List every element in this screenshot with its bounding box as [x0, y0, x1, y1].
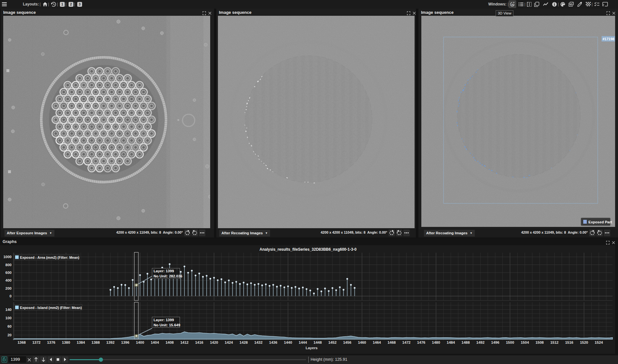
svg-text:1388: 1388 [91, 341, 100, 344]
svg-text:1496: 1496 [491, 341, 500, 344]
svg-text:20: 20 [7, 333, 12, 337]
svg-text:1464: 1464 [373, 341, 381, 344]
svg-text:1440: 1440 [284, 341, 292, 344]
svg-text:1416: 1416 [195, 341, 203, 344]
svg-text:1400: 1400 [136, 341, 144, 344]
svg-text:140: 140 [5, 308, 12, 312]
svg-text:1384: 1384 [77, 341, 85, 344]
svg-text:Layer: 1399: Layer: 1399 [154, 269, 174, 273]
svg-text:1512: 1512 [550, 341, 559, 344]
svg-text:1504: 1504 [521, 341, 529, 344]
svg-text:1492: 1492 [476, 341, 485, 344]
svg-text:1460: 1460 [358, 341, 366, 344]
svg-text:1480: 1480 [432, 341, 440, 344]
svg-text:1428: 1428 [239, 341, 248, 344]
svg-text:1420: 1420 [210, 341, 218, 344]
svg-text:1404: 1404 [151, 341, 159, 344]
svg-text:100: 100 [5, 316, 12, 320]
svg-text:1380: 1380 [62, 341, 70, 344]
svg-text:1436: 1436 [269, 341, 277, 344]
svg-text:Exposed - Area (mm2) (Filter:: Exposed - Area (mm2) (Filter: Mean) [20, 256, 80, 259]
svg-text:Layer: 1399: Layer: 1399 [154, 318, 174, 322]
svg-text:1508: 1508 [536, 341, 544, 344]
svg-text:600: 600 [5, 271, 12, 275]
svg-text:60: 60 [7, 324, 12, 328]
svg-text:1520: 1520 [580, 341, 588, 344]
svg-text:0: 0 [10, 294, 12, 298]
svg-text:1456: 1456 [343, 341, 351, 344]
svg-text:1484: 1484 [447, 341, 455, 344]
svg-text:#17198: #17198 [603, 37, 614, 41]
svg-text:200: 200 [5, 286, 12, 290]
svg-text:1516: 1516 [565, 341, 574, 344]
svg-text:1468: 1468 [388, 341, 396, 344]
svg-text:No Unit: 282.036: No Unit: 282.036 [154, 274, 182, 278]
svg-text:1368: 1368 [17, 341, 26, 344]
svg-text:Analysis_results_fileSeries_32: Analysis_results_fileSeries_32D83BB6_nxg… [259, 247, 357, 252]
svg-text:1376: 1376 [47, 341, 55, 344]
svg-text:1444: 1444 [299, 341, 307, 344]
svg-text:1424: 1424 [225, 341, 233, 344]
svg-text:1488: 1488 [462, 341, 470, 344]
svg-text:1524: 1524 [595, 341, 603, 344]
svg-text:400: 400 [5, 278, 12, 282]
svg-text:800: 800 [5, 263, 12, 267]
svg-text:1500: 1500 [506, 341, 514, 344]
svg-text:1408: 1408 [165, 341, 174, 344]
svg-text:Exposed - Island (mm2) (Filter: Exposed - Island (mm2) (Filter: Mean) [20, 306, 82, 310]
svg-text:1396: 1396 [121, 341, 129, 344]
svg-text:1472: 1472 [402, 341, 411, 344]
svg-text:1452: 1452 [328, 341, 337, 344]
svg-text:Exposed Part: Exposed Part [588, 220, 612, 224]
svg-text:Layers: Layers [305, 346, 317, 350]
svg-text:1000: 1000 [3, 255, 12, 259]
svg-text:1372: 1372 [32, 341, 41, 344]
svg-text:1412: 1412 [180, 341, 189, 344]
svg-text:3D: 3D [511, 3, 514, 6]
svg-text:1432: 1432 [254, 341, 263, 344]
svg-text:1476: 1476 [417, 341, 426, 344]
svg-text:No Unit: 15.649: No Unit: 15.649 [154, 323, 180, 327]
svg-text:1392: 1392 [106, 341, 115, 344]
svg-text:1448: 1448 [314, 341, 322, 344]
